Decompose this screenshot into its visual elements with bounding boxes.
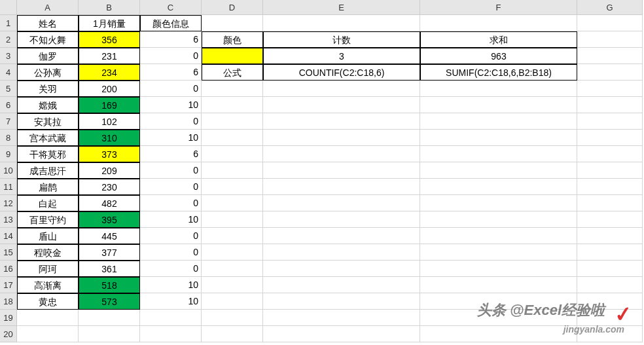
cell-D3[interactable] [202, 48, 263, 64]
row-header-2[interactable]: 2 [0, 31, 17, 48]
cell-A11[interactable]: 扁鹊 [17, 179, 79, 195]
cell-B7[interactable]: 102 [79, 113, 140, 130]
cell-G14[interactable] [577, 228, 643, 244]
cell-A8[interactable]: 宫本武藏 [17, 130, 79, 146]
cell-D7[interactable] [202, 113, 263, 130]
cell-E7[interactable] [263, 113, 420, 130]
cell-A7[interactable]: 安其拉 [17, 113, 79, 130]
cell-E3[interactable]: 3 [263, 48, 420, 64]
cell-C3[interactable]: 0 [140, 48, 202, 64]
cell-A17[interactable]: 高渐离 [17, 277, 79, 293]
cell-F6[interactable] [420, 97, 577, 113]
cell-D8[interactable] [202, 130, 263, 146]
cell-E14[interactable] [263, 228, 420, 244]
cell-F19[interactable] [420, 310, 577, 326]
cell-G15[interactable] [577, 244, 643, 261]
cell-G12[interactable] [577, 195, 643, 211]
cell-F17[interactable] [420, 277, 577, 293]
cell-A5[interactable]: 关羽 [17, 81, 79, 97]
cell-F14[interactable] [420, 228, 577, 244]
cell-E19[interactable] [263, 310, 420, 326]
cell-F5[interactable] [420, 81, 577, 97]
cell-G6[interactable] [577, 97, 643, 113]
cell-F18[interactable] [420, 293, 577, 310]
cell-E8[interactable] [263, 130, 420, 146]
cell-F11[interactable] [420, 179, 577, 195]
cell-G3[interactable] [577, 48, 643, 64]
cell-E9[interactable] [263, 146, 420, 162]
cell-B15[interactable]: 377 [79, 244, 140, 261]
cell-F12[interactable] [420, 195, 577, 211]
cell-B19[interactable] [79, 310, 140, 326]
cell-B1[interactable]: 1月销量 [79, 15, 140, 31]
col-header-E[interactable]: E [263, 0, 420, 15]
cell-D9[interactable] [202, 146, 263, 162]
cell-E2[interactable]: 计数 [263, 31, 420, 48]
cell-E12[interactable] [263, 195, 420, 211]
cell-A20[interactable] [17, 326, 79, 342]
cell-G1[interactable] [577, 15, 643, 31]
cell-C15[interactable]: 0 [140, 244, 202, 261]
cell-B8[interactable]: 310 [79, 130, 140, 146]
cell-G17[interactable] [577, 277, 643, 293]
cell-E4[interactable]: COUNTIF(C2:C18,6) [263, 64, 420, 81]
cell-F16[interactable] [420, 261, 577, 277]
cell-C18[interactable]: 10 [140, 293, 202, 310]
cell-E11[interactable] [263, 179, 420, 195]
row-header-9[interactable]: 9 [0, 146, 17, 162]
cell-C20[interactable] [140, 326, 202, 342]
cell-C12[interactable]: 0 [140, 195, 202, 211]
cell-D19[interactable] [202, 310, 263, 326]
row-header-14[interactable]: 14 [0, 228, 17, 244]
cell-D6[interactable] [202, 97, 263, 113]
col-header-D[interactable]: D [202, 0, 263, 15]
cell-F20[interactable] [420, 326, 577, 342]
cell-G2[interactable] [577, 31, 643, 48]
cell-E16[interactable] [263, 261, 420, 277]
cell-B5[interactable]: 200 [79, 81, 140, 97]
cell-D16[interactable] [202, 261, 263, 277]
cell-E20[interactable] [263, 326, 420, 342]
cell-A1[interactable]: 姓名 [17, 15, 79, 31]
cell-G4[interactable] [577, 64, 643, 81]
cell-D1[interactable] [202, 15, 263, 31]
row-header-15[interactable]: 15 [0, 244, 17, 261]
cell-G18[interactable] [577, 293, 643, 310]
cell-B11[interactable]: 230 [79, 179, 140, 195]
row-header-20[interactable]: 20 [0, 326, 17, 342]
cell-D2[interactable]: 颜色 [202, 31, 263, 48]
cell-B4[interactable]: 234 [79, 64, 140, 81]
cell-B18[interactable]: 573 [79, 293, 140, 310]
cell-A19[interactable] [17, 310, 79, 326]
cell-G19[interactable] [577, 310, 643, 326]
cell-G16[interactable] [577, 261, 643, 277]
cell-B12[interactable]: 482 [79, 195, 140, 211]
col-header-B[interactable]: B [79, 0, 140, 15]
row-header-17[interactable]: 17 [0, 277, 17, 293]
cell-A10[interactable]: 成吉思汗 [17, 162, 79, 179]
cell-F10[interactable] [420, 162, 577, 179]
col-header-G[interactable]: G [577, 0, 643, 15]
cell-D11[interactable] [202, 179, 263, 195]
cell-D12[interactable] [202, 195, 263, 211]
cell-A3[interactable]: 伽罗 [17, 48, 79, 64]
cell-C5[interactable]: 0 [140, 81, 202, 97]
row-header-8[interactable]: 8 [0, 130, 17, 146]
cell-A9[interactable]: 干将莫邪 [17, 146, 79, 162]
cell-E5[interactable] [263, 81, 420, 97]
cell-F15[interactable] [420, 244, 577, 261]
cell-A15[interactable]: 程咬金 [17, 244, 79, 261]
row-header-5[interactable]: 5 [0, 81, 17, 97]
cell-A6[interactable]: 嫦娥 [17, 97, 79, 113]
cell-G20[interactable] [577, 326, 643, 342]
cell-C11[interactable]: 0 [140, 179, 202, 195]
cell-G10[interactable] [577, 162, 643, 179]
cell-A13[interactable]: 百里守约 [17, 211, 79, 228]
cell-B3[interactable]: 231 [79, 48, 140, 64]
cell-F9[interactable] [420, 146, 577, 162]
cell-F7[interactable] [420, 113, 577, 130]
cell-C6[interactable]: 10 [140, 97, 202, 113]
cell-B16[interactable]: 361 [79, 261, 140, 277]
cell-G11[interactable] [577, 179, 643, 195]
cell-A14[interactable]: 盾山 [17, 228, 79, 244]
